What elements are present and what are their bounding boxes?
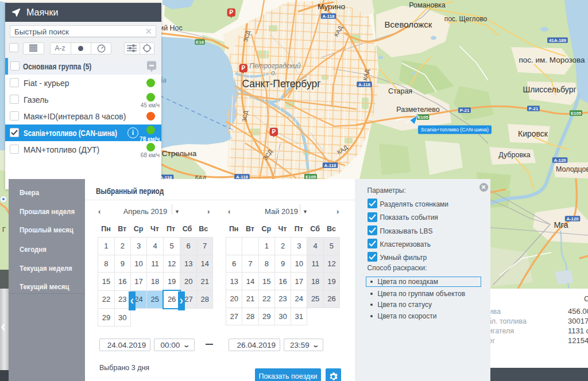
svg-text:А-118: А-118 [324, 163, 336, 168]
svg-text:Е18: Е18 [196, 40, 204, 45]
svg-text:ий Нос: ий Нос [160, 24, 183, 32]
svg-text:А-118: А-118 [358, 82, 370, 87]
svg-text:Молодцово: Молодцово [556, 165, 588, 173]
svg-text:Старая: Старая [388, 87, 412, 95]
svg-text:Шлиссельбург: Шлиссельбург [523, 85, 576, 94]
svg-text:Е105: Е105 [417, 115, 428, 120]
svg-text:пос. им. Морозова: пос. им. Морозова [519, 56, 585, 64]
svg-text:Р-21: Р-21 [529, 106, 539, 111]
svg-text:Мга: Мга [554, 220, 568, 230]
svg-text:Разметелево: Разметелево [396, 106, 439, 114]
svg-text:А-120: А-120 [554, 158, 566, 163]
svg-text:Санкт-Петербург: Санкт-Петербург [242, 78, 320, 90]
svg-text:Кировск: Кировск [518, 129, 548, 138]
svg-text:Р-21: Р-21 [460, 108, 470, 113]
svg-text:Р: Р [241, 65, 245, 71]
svg-text:о.: о. [271, 69, 277, 77]
svg-text:Р: Р [272, 129, 276, 135]
svg-text:Scania+топливо (CAN-шина): Scania+топливо (CAN-шина) [421, 126, 489, 133]
svg-text:А-118: А-118 [323, 14, 335, 19]
svg-text:Всеволожск: Всеволожск [385, 20, 432, 29]
svg-text:Г: Г [2, 226, 6, 233]
svg-text:Дубровка: Дубровка [498, 151, 531, 159]
svg-text:Стрельна: Стрельна [162, 149, 197, 158]
svg-text:пос. Щеглово: пос. Щеглово [444, 15, 488, 23]
svg-text:41А-189: 41А-189 [549, 38, 567, 43]
svg-text:Е105: Е105 [571, 111, 582, 116]
svg-text:Р: Р [229, 9, 233, 15]
svg-text:Мурино: Мурино [318, 2, 345, 11]
svg-text:Романовка: Романовка [409, 1, 446, 9]
svg-text:А-120: А-120 [566, 216, 579, 221]
